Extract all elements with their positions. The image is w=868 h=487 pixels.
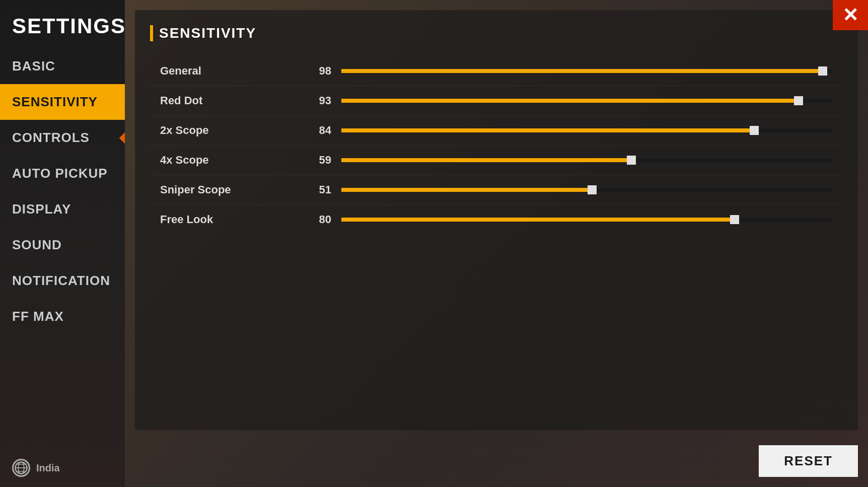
slider-track-fill — [341, 218, 735, 222]
sidebar-item-sound[interactable]: SOUND — [0, 227, 125, 263]
slider-label-red-dot: Red Dot — [160, 94, 301, 107]
sidebar-item-notification[interactable]: NOTIFICATION — [0, 263, 125, 299]
slider-list: General98Red Dot932x Scope844x Scope59Sn… — [150, 56, 843, 234]
slider-row-general: General98 — [150, 56, 843, 86]
slider-label-sniper-scope: Sniper Scope — [160, 183, 301, 196]
slider-value-2x-scope: 84 — [301, 124, 331, 137]
slider-row-4x-scope: 4x Scope59 — [150, 146, 843, 175]
sidebar-footer: India — [0, 449, 125, 487]
reset-button[interactable]: RESET — [759, 445, 858, 477]
slider-value-4x-scope: 59 — [301, 154, 331, 167]
settings-panel: SENSITIVITY General98Red Dot932x Scope84… — [135, 10, 858, 430]
section-header: SENSITIVITY — [150, 25, 843, 41]
close-button[interactable]: ✕ — [833, 0, 868, 30]
slider-track-fill — [341, 128, 754, 132]
slider-value-general: 98 — [301, 64, 331, 78]
slider-row-free-look: Free Look80 — [150, 205, 843, 234]
slider-track-red-dot[interactable] — [341, 97, 833, 104]
slider-thumb[interactable] — [588, 185, 597, 194]
main-content: ✕ SENSITIVITY General98Red Dot932x Scope… — [125, 0, 868, 487]
slider-track-4x-scope[interactable] — [341, 157, 833, 164]
slider-track-fill — [341, 99, 799, 103]
slider-thumb[interactable] — [818, 66, 827, 76]
sidebar-nav: BASICSENSITIVITYCONTROLSAUTO PICKUPDISPL… — [0, 48, 125, 449]
slider-track-fill — [341, 69, 823, 73]
slider-label-2x-scope: 2x Scope — [160, 124, 301, 137]
settings-title: SETTINGS — [0, 0, 125, 48]
slider-track-general[interactable] — [341, 67, 833, 75]
slider-row-2x-scope: 2x Scope84 — [150, 116, 843, 146]
sidebar-item-basic[interactable]: BASIC — [0, 48, 125, 84]
region-label: India — [36, 462, 60, 474]
slider-thumb[interactable] — [750, 126, 759, 135]
slider-thumb[interactable] — [794, 96, 803, 105]
slider-label-free-look: Free Look — [160, 213, 301, 226]
bottom-bar: RESET — [125, 440, 868, 487]
sidebar-item-display[interactable]: DISPLAY — [0, 191, 125, 227]
sidebar-item-sensitivity[interactable]: SENSITIVITY — [0, 84, 125, 120]
slider-thumb[interactable] — [730, 215, 739, 224]
close-icon: ✕ — [842, 6, 858, 25]
slider-value-free-look: 80 — [301, 213, 331, 226]
slider-value-red-dot: 93 — [301, 94, 331, 107]
slider-row-red-dot: Red Dot93 — [150, 86, 843, 116]
slider-label-general: General — [160, 64, 301, 78]
slider-row-sniper-scope: Sniper Scope51 — [150, 175, 843, 205]
section-title: SENSITIVITY — [159, 25, 256, 41]
slider-thumb[interactable] — [627, 156, 636, 165]
slider-track-fill — [341, 188, 592, 192]
slider-label-4x-scope: 4x Scope — [160, 154, 301, 167]
slider-track-fill — [341, 158, 631, 162]
accent-bar — [150, 25, 153, 41]
slider-track-sniper-scope[interactable] — [341, 186, 833, 193]
globe-icon — [12, 459, 30, 477]
slider-track-free-look[interactable] — [341, 216, 833, 223]
sidebar: SETTINGS BASICSENSITIVITYCONTROLSAUTO PI… — [0, 0, 125, 487]
sidebar-item-controls[interactable]: CONTROLS — [0, 120, 125, 156]
slider-track-2x-scope[interactable] — [341, 127, 833, 134]
sidebar-item-ff-max[interactable]: FF MAX — [0, 299, 125, 334]
sidebar-item-auto-pickup[interactable]: AUTO PICKUP — [0, 156, 125, 191]
slider-value-sniper-scope: 51 — [301, 183, 331, 196]
